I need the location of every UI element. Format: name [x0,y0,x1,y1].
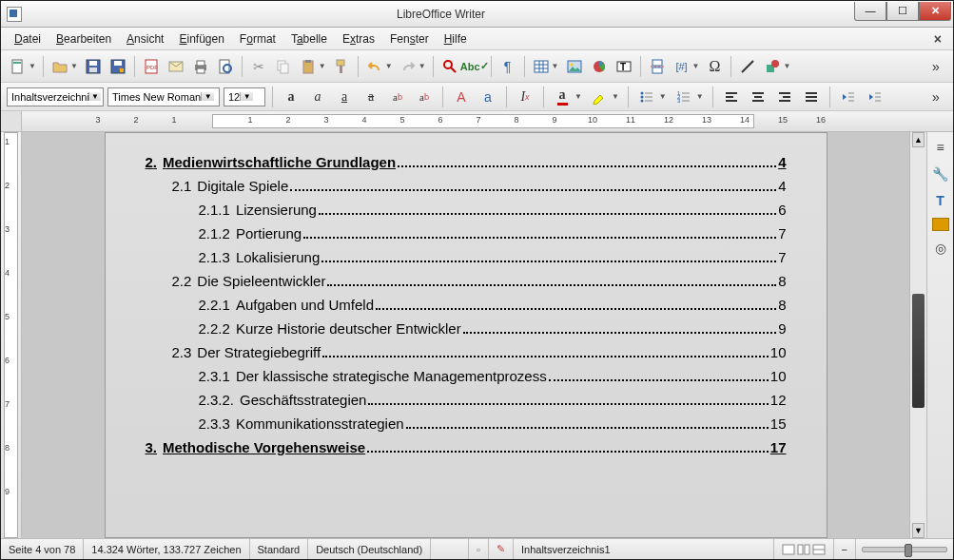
italic-button[interactable]: a [306,86,329,108]
field-button[interactable]: [#] [671,55,693,78]
cut-button[interactable]: ✂ [247,55,270,78]
superscript-button[interactable]: ab [386,86,409,108]
status-language[interactable]: Deutsch (Deutschland) [308,539,431,559]
toc-entry[interactable]: 2.1.1Lizensierung6 [146,198,787,222]
toc-entry[interactable]: 2.3Der Strategiebegriff10 [146,340,787,364]
redo-button[interactable] [397,55,419,78]
print-button[interactable] [189,55,212,78]
status-words[interactable]: 14.324 Wörter, 133.727 Zeichen [84,539,249,559]
undo-dropdown[interactable]: ▼ [385,62,393,70]
line-button[interactable] [736,55,759,78]
textbox-button[interactable]: T [613,55,635,78]
status-signature[interactable]: ✎ [489,539,514,559]
open-dropdown[interactable]: ▼ [70,62,78,70]
subscript-button[interactable]: ab [413,86,436,108]
status-selection-mode[interactable]: ▫ [469,539,489,559]
toc-entry[interactable]: 3.Methodische Vorgehensweise17 [146,435,787,459]
bullets-dropdown[interactable]: ▼ [659,92,667,101]
document-area[interactable]: 2.Medienwirtschaftliche Grundlagen42.1Di… [22,132,909,538]
status-page[interactable]: Seite 4 von 78 [1,539,84,559]
menu-ansicht[interactable]: Ansicht [119,30,171,48]
zoom-knob[interactable] [905,544,912,557]
menu-datei[interactable]: Datei [7,30,49,48]
menu-hilfe[interactable]: Hilfe [437,30,475,48]
sidebar-wrench-icon[interactable]: 🔧 [931,164,950,183]
bold-button[interactable]: a [280,86,302,108]
align-center-button[interactable] [747,86,769,108]
image-button[interactable] [563,55,586,78]
numbering-dropdown[interactable]: ▼ [696,92,704,101]
minimize-button[interactable]: — [854,2,886,21]
pilcrow-button[interactable]: ¶ [496,55,519,78]
new-doc-dropdown[interactable]: ▼ [29,62,36,70]
redo-dropdown[interactable]: ▼ [419,62,426,70]
sidebar-navigator-icon[interactable]: ◎ [931,239,950,258]
font-color-dropdown[interactable]: ▼ [574,92,582,101]
scrollbar-thumb[interactable] [912,294,925,408]
format-overflow[interactable]: » [925,86,947,108]
chart-button[interactable] [588,55,611,78]
menu-extras[interactable]: Extras [335,30,382,48]
shapes-dropdown[interactable]: ▼ [783,62,790,70]
strike-button[interactable]: a [360,86,382,108]
shapes-button[interactable] [761,55,784,78]
sidebar-properties-icon[interactable]: ≡ [931,138,950,157]
indent-dec-button[interactable] [837,86,860,108]
toc-entry[interactable]: 2.2.2Kurze Historie deutscher Entwickler… [146,317,787,340]
numbering-button[interactable]: 123 [672,86,695,108]
close-button[interactable]: ✕ [919,2,951,21]
toc-entry[interactable]: 2.1.3Lokalisierung7 [146,245,787,269]
copy-button[interactable] [272,55,295,78]
status-template[interactable]: Standard [250,539,309,559]
sidebar-gallery-icon[interactable] [932,218,949,231]
toc-entry[interactable]: 2.1Digitale Spiele4 [146,174,787,198]
menu-einfuegen[interactable]: Einfügen [171,30,231,48]
zoom-out-button[interactable]: − [834,539,856,559]
align-left-button[interactable] [720,86,743,108]
toc-entry[interactable]: 2.2Die Spieleentwickler8 [146,269,787,293]
vertical-scrollbar[interactable]: ▲ ▼ [909,132,926,538]
field-dropdown[interactable]: ▼ [692,62,700,70]
align-justify-button[interactable] [800,86,823,108]
font-size-combo[interactable]: 12 ▼ [224,87,265,106]
close-document-button[interactable]: × [928,31,947,47]
highlight-dropdown[interactable]: ▼ [612,92,619,101]
preview-button[interactable] [214,55,237,78]
menu-tabelle[interactable]: Tabelle [283,30,335,48]
scroll-down-button[interactable]: ▼ [912,523,925,538]
open-button[interactable] [49,55,71,78]
scroll-up-button[interactable]: ▲ [912,132,925,147]
view-layout-buttons[interactable] [774,539,834,559]
horizontal-ruler[interactable]: 32112345678910111213141516 [22,111,953,131]
paste-dropdown[interactable]: ▼ [319,62,326,70]
font-color-button[interactable]: a [551,86,574,108]
paste-button[interactable] [297,55,320,78]
clone-format-button[interactable] [330,55,353,78]
saveas-button[interactable] [107,55,129,78]
toc-entry[interactable]: 2.3.3Kommunikationsstrategien15 [146,412,787,435]
sidebar-styles-icon[interactable]: T [931,191,950,210]
align-right-button[interactable] [773,86,796,108]
specialchar-button[interactable]: Ω [703,55,726,78]
toc-entry[interactable]: 2.2.1Aufgaben und Umfeld8 [146,293,787,317]
status-insert-mode[interactable] [431,539,469,559]
save-button[interactable] [82,55,105,78]
font-name-combo[interactable]: Times New Roman ▼ [107,87,220,106]
export-pdf-button[interactable]: PDF [140,55,163,78]
indent-inc-button[interactable] [864,86,886,108]
clear-format-button[interactable]: Ix [514,86,536,108]
spellcheck-button[interactable]: Abc✓ [463,55,486,78]
mail-button[interactable] [165,55,187,78]
new-doc-button[interactable] [7,55,29,78]
table-dropdown[interactable]: ▼ [552,62,559,70]
maximize-button[interactable]: ☐ [886,2,919,21]
lowercase-button[interactable]: a [477,86,499,108]
table-button[interactable] [530,55,553,78]
menu-fenster[interactable]: Fenster [382,30,437,48]
zoom-slider[interactable] [862,547,947,552]
highlight-button[interactable] [588,86,611,108]
menu-format[interactable]: Format [232,30,283,48]
paragraph-style-combo[interactable]: Inhaltsverzeichnis ▼ [7,87,104,106]
bullets-button[interactable] [635,86,658,108]
toc-entry[interactable]: 2.3.2.Geschäftsstrategien12 [146,388,787,412]
